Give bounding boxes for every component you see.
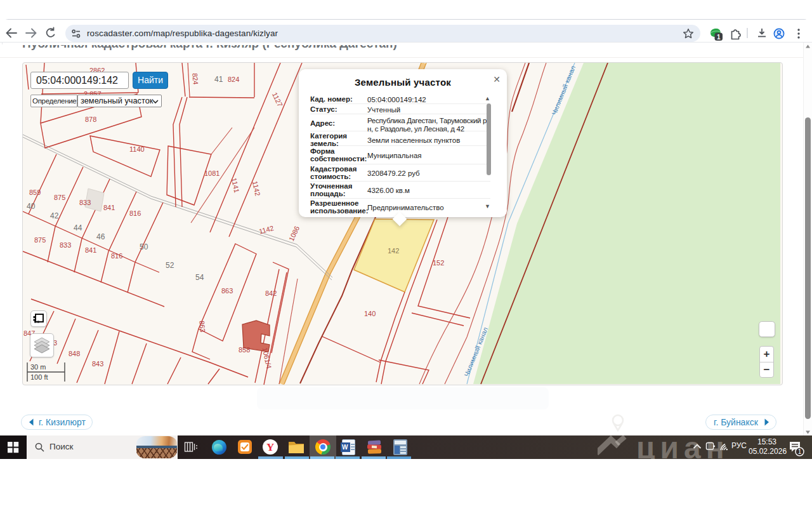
svg-text:824: 824	[191, 73, 200, 85]
svg-text:1127: 1127	[271, 91, 284, 108]
svg-text:50: 50	[140, 243, 148, 251]
svg-text:42: 42	[50, 211, 59, 220]
svg-text:875: 875	[34, 236, 46, 244]
svg-text:1140: 1140	[129, 145, 145, 153]
svg-text:863: 863	[221, 287, 233, 295]
svg-text:841: 841	[103, 204, 115, 211]
svg-text:41: 41	[214, 75, 223, 84]
svg-text:44: 44	[74, 223, 82, 232]
svg-text:875: 875	[54, 194, 65, 201]
svg-text:100 ft: 100 ft	[30, 373, 48, 381]
svg-text:859: 859	[29, 189, 41, 196]
svg-text:841: 841	[85, 246, 96, 254]
svg-text:30 m: 30 m	[30, 363, 46, 371]
svg-text:1: 1	[717, 34, 721, 41]
svg-text:140: 140	[364, 310, 376, 317]
svg-text:52: 52	[166, 261, 174, 270]
svg-text:833: 833	[79, 199, 91, 206]
svg-text:842: 842	[265, 289, 277, 297]
svg-text:816: 816	[111, 252, 122, 260]
svg-text:46: 46	[96, 232, 105, 241]
svg-text:1081: 1081	[204, 169, 219, 177]
svg-text:54: 54	[195, 273, 204, 282]
svg-text:863: 863	[198, 321, 207, 333]
svg-text:142: 142	[388, 247, 399, 255]
svg-text:848: 848	[69, 350, 80, 357]
svg-text:1142: 1142	[251, 180, 262, 197]
svg-text:40: 40	[27, 202, 36, 211]
svg-text:833: 833	[60, 241, 71, 249]
svg-text:858: 858	[239, 346, 250, 354]
svg-text:1086: 1086	[287, 225, 301, 242]
svg-text:1141: 1141	[230, 177, 241, 194]
svg-text:1142: 1142	[258, 224, 275, 236]
svg-text:878: 878	[85, 116, 96, 123]
svg-text:1: 1	[798, 448, 802, 455]
svg-text:152: 152	[433, 259, 444, 267]
svg-text:циан: циан	[636, 435, 730, 459]
svg-text:824: 824	[228, 76, 239, 83]
svg-text:816: 816	[129, 209, 141, 217]
